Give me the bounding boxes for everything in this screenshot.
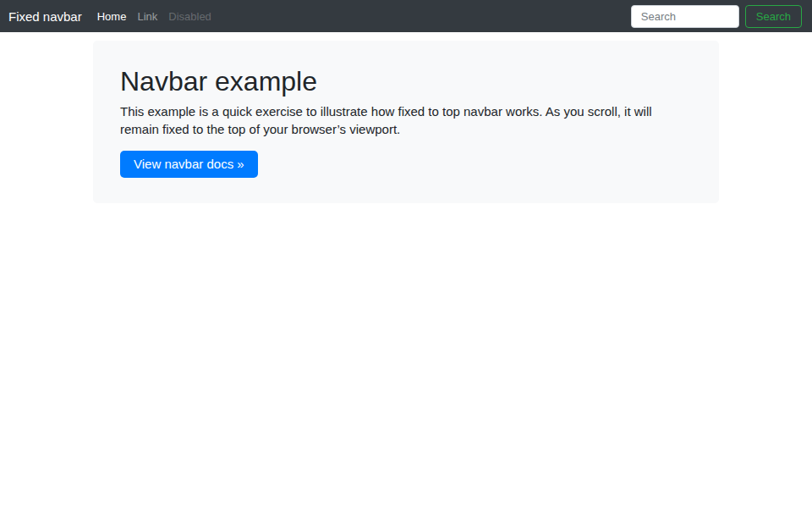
nav-link-disabled: Disabled (168, 10, 211, 23)
page-description: This example is a quick exercise to illu… (120, 102, 692, 139)
view-navbar-docs-button[interactable]: View navbar docs » (120, 151, 258, 178)
page-title: Navbar example (120, 66, 692, 97)
nav-link-home[interactable]: Home (97, 10, 127, 23)
search-button[interactable]: Search (745, 5, 802, 28)
navbar-brand[interactable]: Fixed navbar (8, 9, 82, 24)
top-navbar: Fixed navbar Home Link Disabled Search (0, 0, 812, 32)
search-form: Search (631, 5, 802, 28)
search-input[interactable] (631, 5, 739, 28)
jumbotron: Navbar example This example is a quick e… (93, 41, 719, 203)
navbar-nav: Home Link Disabled (97, 8, 211, 24)
nav-link-link[interactable]: Link (137, 10, 157, 23)
